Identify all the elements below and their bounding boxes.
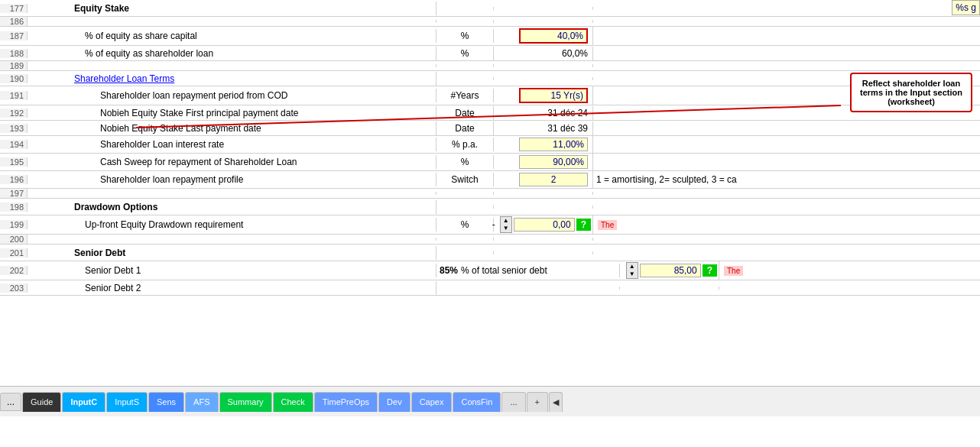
table-row: 192 Nobieh Equity Stake First principal … [0, 105, 980, 121]
spinner-up-199[interactable]: ▲ [501, 217, 511, 225]
row-num-192: 192 [0, 109, 28, 118]
tab-more[interactable]: ... [501, 392, 525, 412]
input-interest-rate[interactable]: 11,00% [519, 138, 588, 151]
spinner-down-199[interactable]: ▼ [501, 225, 511, 232]
table-row: 186 [0, 17, 980, 27]
tab-dev[interactable]: Dev [378, 392, 410, 412]
tab-nav-left[interactable]: ◀ [549, 392, 563, 412]
label-192: Nobieh Equity Stake First principal paym… [70, 106, 436, 120]
note-196: 1 = amortising, 2= sculpted, 3 = ca [593, 173, 980, 186]
label-202: Senior Debt 1 [70, 264, 436, 277]
unit-196: Switch [436, 173, 494, 186]
row-num-194: 194 [0, 140, 28, 149]
green-question-199[interactable]: ? [576, 219, 591, 231]
value-187: 40,0% [494, 27, 593, 45]
label-199: Up-front Equity Drawdown requirement [70, 218, 436, 232]
table-row: 200 [0, 235, 980, 245]
tab-timepreops[interactable]: TimePreOps [314, 392, 378, 412]
row-num-199: 199 [0, 220, 28, 229]
shareholder-loan-terms-label[interactable]: Shareholder Loan Terms [74, 73, 174, 84]
value-188: 60,0% [494, 47, 593, 60]
value-194: 11,00% [494, 136, 593, 153]
tab-inputs[interactable]: InputS [106, 392, 148, 412]
unit-193: Date [436, 121, 494, 135]
tab-inputc[interactable]: InputC [62, 392, 105, 412]
table-row: 187 % of equity as share capital % 40,0% [0, 27, 980, 46]
the-note-202: The [724, 266, 743, 276]
row-num-196: 196 [0, 175, 28, 184]
input-drawdown[interactable]: 0,00 [514, 218, 575, 232]
label-195: Cash Sweep for repayment of Shareholder … [70, 155, 436, 169]
tab-guide[interactable]: Guide [22, 392, 61, 412]
table-row: 201 Senior Debt [0, 245, 980, 261]
annotation-text: Reflect shareholder loan terms in the In… [860, 79, 962, 106]
row-num-202: 202 [0, 266, 28, 275]
unit-194: % p.a. [436, 138, 494, 151]
row-num-200: 200 [0, 235, 28, 244]
value-177 [494, 7, 593, 10]
note-202: The [719, 264, 980, 277]
table-row: 196 Shareholder loan repayment profile S… [0, 171, 980, 189]
spinner-199[interactable]: ▲ ▼ [500, 216, 512, 233]
input-senior-debt1[interactable]: 85,00 [640, 264, 701, 277]
table-row: 190 Shareholder Loan Terms [0, 71, 980, 86]
input-cash-sweep[interactable]: 90,00% [519, 155, 588, 169]
table-row: 198 Drawdown Options [0, 199, 980, 215]
table-row: 177 Equity Stake [0, 0, 980, 17]
table-row: 191 Shareholder loan repayment period fr… [0, 86, 980, 105]
unit-188: % [436, 47, 494, 60]
label-188: % of equity as shareholder loan [70, 47, 436, 60]
input-repayment-profile[interactable]: 2 [519, 173, 588, 186]
table-row: 194 Shareholder Loan interest rate % p.a… [0, 136, 980, 154]
top-right-cell: %s g [952, 0, 980, 15]
tab-add[interactable]: + [527, 392, 548, 412]
table-row: 202 Senior Debt 1 85% % of total senior … [0, 261, 980, 280]
value-192: 31 déc 24 [494, 106, 593, 120]
label-201: Senior Debt [70, 246, 436, 260]
tab-capex[interactable]: Capex [411, 392, 453, 412]
note-177 [593, 7, 980, 10]
table-row: 193 Nobieh Equity Stake Last payment dat… [0, 121, 980, 136]
table-row: 203 Senior Debt 2 [0, 280, 980, 296]
label-198: Drawdown Options [70, 200, 436, 214]
table-row: 188 % of equity as shareholder loan % 60… [0, 46, 980, 61]
tab-scroll-left[interactable]: ... [0, 393, 21, 411]
the-note-199: The [598, 220, 617, 230]
unit-192: Date [436, 106, 494, 120]
value-196: 2 [494, 171, 593, 188]
row-num-201: 201 [0, 248, 28, 258]
label-196: Shareholder loan repayment profile [70, 173, 436, 186]
tab-check[interactable]: Check [273, 392, 313, 412]
tabs-bar: ... Guide InputC InputS Sens AFS Summary… [0, 386, 980, 416]
spreadsheet: %s g 177 Equity Stake 186 187 % of equit… [0, 0, 980, 416]
row-num-191: 191 [0, 91, 28, 100]
row-num-197: 197 [0, 189, 28, 198]
tab-consfin[interactable]: ConsFin [453, 392, 501, 412]
row-num-177: 177 [0, 4, 28, 13]
table-row: 195 Cash Sweep for repayment of Sharehol… [0, 154, 980, 171]
green-question-202[interactable]: ? [703, 264, 717, 277]
row-num-188: 188 [0, 49, 28, 58]
row-num-186: 186 [0, 17, 28, 26]
spinner-202[interactable]: ▲ ▼ [626, 262, 638, 279]
unit-191: #Years [436, 89, 494, 102]
row-num-195: 195 [0, 157, 28, 167]
note-199: The [593, 218, 980, 232]
value-202: ▲ ▼ 85,00 ? [620, 261, 719, 280]
input-repayment-period[interactable]: 15 Yr(s) [519, 88, 588, 103]
label-190: Shareholder Loan Terms [70, 72, 436, 86]
tab-afs[interactable]: AFS [185, 392, 218, 412]
label-191: Shareholder loan repayment period from C… [70, 89, 436, 102]
input-equity-share[interactable]: 40,0% [519, 28, 588, 44]
table-row: 197 [0, 189, 980, 199]
spinner-down-202[interactable]: ▼ [627, 270, 638, 278]
spinner-up-202[interactable]: ▲ [627, 263, 638, 270]
tab-sens[interactable]: Sens [148, 392, 184, 412]
unit-pct-202: 85% [440, 265, 458, 276]
table-row: 189 [0, 61, 980, 71]
unit-202: 85% % of total senior debt [436, 264, 620, 277]
tab-summary[interactable]: Summary [219, 392, 272, 412]
table-row: 199 Up-front Equity Drawdown requirement… [0, 215, 980, 235]
value-195: 90,00% [494, 154, 593, 170]
value-193: 31 déc 39 [494, 121, 593, 135]
